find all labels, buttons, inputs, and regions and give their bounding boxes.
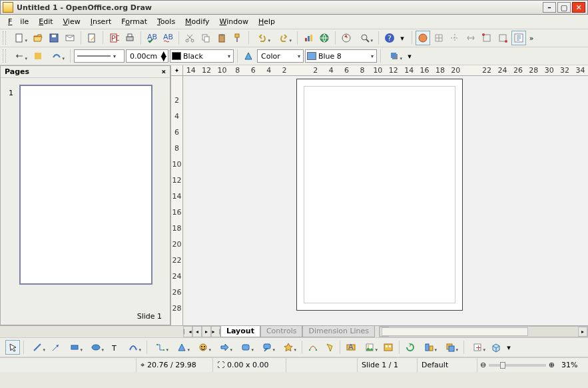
scroll-right-button[interactable]: ▸ bbox=[578, 327, 587, 337]
help-button[interactable]: ? bbox=[382, 31, 397, 45]
zoom-button[interactable]: ▾ bbox=[355, 31, 375, 45]
canvas-viewport[interactable] bbox=[183, 76, 588, 325]
format-paintbrush-button[interactable] bbox=[230, 31, 245, 45]
shadow-button[interactable]: ▾ bbox=[384, 49, 404, 63]
from-file-tool[interactable]: ▾ bbox=[360, 340, 380, 355]
snap-lines-button[interactable] bbox=[463, 31, 478, 45]
line-endings-button[interactable]: ▾ bbox=[47, 49, 67, 63]
line-width-input[interactable]: 0.00cm ▲ ▼ bbox=[126, 49, 168, 63]
menu-edit[interactable]: Edit bbox=[35, 16, 57, 27]
fontwork-tool[interactable]: A bbox=[344, 340, 358, 355]
line-color-select[interactable]: Black ▾ bbox=[170, 49, 234, 63]
alignment-tool[interactable]: ▾ bbox=[419, 340, 439, 355]
slide-thumbnail-1[interactable] bbox=[19, 85, 152, 285]
scroll-thumb[interactable] bbox=[382, 327, 528, 336]
new-button[interactable]: ▾ bbox=[9, 31, 29, 45]
arrange-tool[interactable]: ▾ bbox=[440, 340, 460, 355]
tab-dimension-lines[interactable]: Dimension Lines bbox=[302, 326, 375, 337]
menu-tools[interactable]: Tools bbox=[153, 16, 179, 27]
spin-down-icon[interactable]: ▼ bbox=[161, 56, 166, 61]
menu-format[interactable]: Format bbox=[117, 16, 151, 27]
status-layout[interactable]: Default bbox=[418, 358, 477, 372]
status-slide[interactable]: Slide 1 / 1 bbox=[358, 358, 418, 372]
vertical-ruler[interactable]: 246810121416182022242628 bbox=[171, 76, 183, 325]
gallery-tool[interactable] bbox=[381, 340, 396, 355]
guides-button[interactable] bbox=[447, 31, 462, 45]
save-button[interactable] bbox=[47, 31, 61, 45]
line-tool[interactable]: ▾ bbox=[27, 340, 47, 355]
tab-nav-prev[interactable]: ◂ bbox=[192, 326, 202, 337]
open-button[interactable] bbox=[31, 31, 45, 45]
menu-help[interactable]: Help bbox=[254, 16, 279, 27]
select-tool[interactable] bbox=[5, 340, 20, 355]
menu-window[interactable]: Window bbox=[216, 16, 252, 27]
symbol-shapes-tool[interactable]: ▾ bbox=[193, 340, 213, 355]
close-button[interactable]: ✕ bbox=[572, 2, 585, 13]
snap-page-button[interactable] bbox=[479, 31, 494, 45]
snap-to-grid-button[interactable] bbox=[416, 31, 430, 45]
menu-modify[interactable]: Modify bbox=[181, 16, 213, 27]
undo-button[interactable]: ▾ bbox=[252, 31, 272, 45]
redo-button[interactable]: ▾ bbox=[274, 31, 294, 45]
drawbar-overflow[interactable]: ▾ bbox=[505, 340, 513, 355]
drawing-page[interactable] bbox=[296, 79, 463, 311]
toolbar-handle[interactable] bbox=[3, 31, 6, 45]
zoom-track[interactable] bbox=[489, 364, 546, 367]
block-arrows-tool[interactable]: ▾ bbox=[214, 340, 234, 355]
arrow-style-button[interactable]: ▾ bbox=[9, 49, 29, 63]
display-grid-button[interactable] bbox=[432, 31, 446, 45]
area-style-select[interactable]: Color ▾ bbox=[257, 49, 304, 63]
extrusion-tool[interactable] bbox=[489, 340, 503, 355]
tab-layout[interactable]: Layout bbox=[220, 326, 260, 337]
arrow-line-tool[interactable] bbox=[49, 340, 63, 355]
stars-tool[interactable]: ▾ bbox=[278, 340, 298, 355]
text-tool[interactable]: T bbox=[107, 340, 122, 355]
pages-panel-close[interactable]: × bbox=[161, 67, 166, 76]
curve-tool[interactable]: ▾ bbox=[123, 340, 143, 355]
print-button[interactable] bbox=[123, 31, 137, 45]
toolbar-handle-2[interactable] bbox=[3, 49, 6, 63]
email-button[interactable] bbox=[63, 31, 77, 45]
glue-points-tool[interactable] bbox=[322, 340, 336, 355]
chart-button[interactable] bbox=[301, 31, 316, 45]
cut-button[interactable] bbox=[182, 31, 197, 45]
menu-insert[interactable]: Insert bbox=[87, 16, 116, 27]
area-properties-button[interactable] bbox=[241, 49, 256, 63]
option-toolbar-overflow[interactable]: » bbox=[527, 31, 535, 45]
rotate-tool[interactable] bbox=[403, 340, 418, 355]
connector-tool[interactable]: ▾ bbox=[150, 340, 170, 355]
tab-nav-next[interactable]: ▸ bbox=[202, 326, 211, 337]
status-zoom[interactable]: 31% bbox=[557, 358, 588, 372]
paste-button[interactable] bbox=[214, 31, 229, 45]
zoom-out-button[interactable]: ⊖ bbox=[480, 361, 486, 369]
line-properties-button[interactable] bbox=[31, 49, 45, 63]
spellcheck-button[interactable]: ABC bbox=[145, 31, 159, 45]
tab-nav-last[interactable]: ▸⎹ bbox=[211, 326, 220, 337]
edit-file-button[interactable] bbox=[85, 31, 99, 45]
line-style-select[interactable]: ▾ bbox=[74, 49, 125, 63]
export-pdf-button[interactable]: PDF bbox=[107, 31, 121, 45]
basic-shapes-tool[interactable]: ▾ bbox=[172, 340, 192, 355]
navigator-button[interactable] bbox=[339, 31, 354, 45]
ellipse-tool[interactable]: ▾ bbox=[86, 340, 106, 355]
auto-spellcheck-button[interactable]: ABC bbox=[160, 31, 175, 45]
insert-tool[interactable]: +▾ bbox=[467, 340, 487, 355]
allow-quick-edit-button[interactable] bbox=[511, 31, 526, 45]
tab-nav-first[interactable]: ⎸◂ bbox=[183, 326, 192, 337]
callouts-tool[interactable]: ▾ bbox=[257, 340, 277, 355]
area-color-select[interactable]: Blue 8 ▾ bbox=[305, 49, 377, 63]
rectangle-tool[interactable]: ▾ bbox=[65, 340, 85, 355]
menu-file[interactable]: File bbox=[4, 16, 33, 27]
zoom-in-button[interactable]: ⊕ bbox=[549, 361, 555, 369]
copy-button[interactable] bbox=[198, 31, 213, 45]
tab-controls[interactable]: Controls bbox=[260, 326, 303, 337]
flowchart-tool[interactable]: ▾ bbox=[236, 340, 256, 355]
maximize-button[interactable]: ▢ bbox=[557, 2, 571, 13]
hyperlink-button[interactable] bbox=[317, 31, 332, 45]
zoom-slider[interactable]: ⊖ ⊕ bbox=[477, 358, 557, 372]
menu-view[interactable]: View bbox=[59, 16, 85, 27]
snap-object-button[interactable] bbox=[495, 31, 510, 45]
zoom-knob[interactable] bbox=[500, 362, 505, 369]
minimize-button[interactable]: – bbox=[543, 2, 556, 13]
horizontal-scrollbar[interactable]: ◂ ▸ bbox=[379, 326, 588, 337]
